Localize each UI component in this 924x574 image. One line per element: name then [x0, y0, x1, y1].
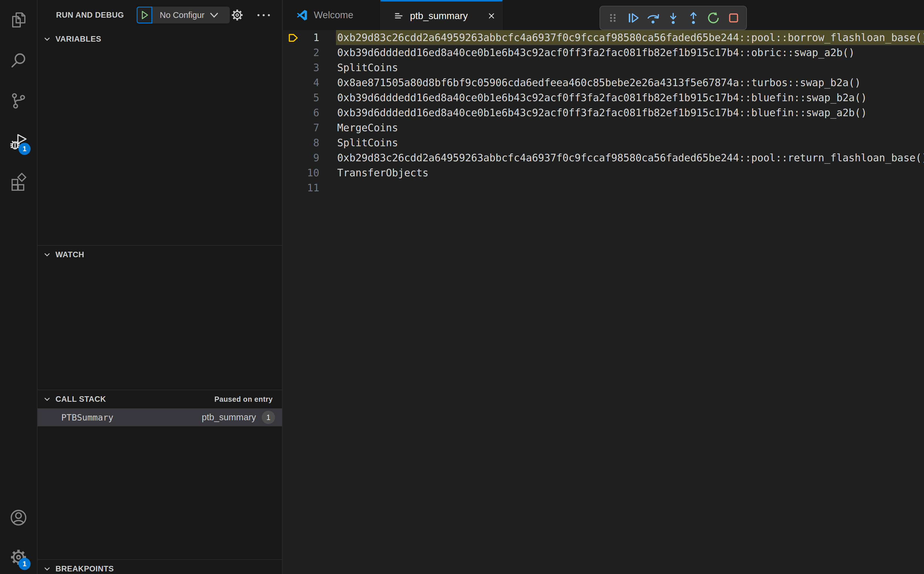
line-number: 1	[313, 30, 319, 45]
code-text[interactable]: MergeCoins	[336, 120, 924, 135]
stack-frame-source: ptb_summary	[201, 412, 256, 423]
code-text[interactable]: 0xb39d6dddedd16ed8a40ce0b1e6b43c92acf0ff…	[336, 45, 924, 60]
chevron-down-icon	[43, 395, 51, 403]
line-number: 9	[313, 150, 319, 165]
explorer-icon[interactable]	[9, 11, 28, 29]
code-line[interactable]: 40x8ae871505a80d8bf6bf9c05906cda6edfeea4…	[283, 75, 924, 90]
code-text[interactable]: 0xb39d6dddedd16ed8a40ce0b1e6b43c92acf0ff…	[336, 90, 924, 105]
line-number: 2	[313, 45, 319, 60]
configuration-dropdown[interactable]: No Configur	[152, 7, 230, 24]
step-over-button[interactable]	[645, 10, 661, 26]
stack-frame-row[interactable]: PTBSummary ptb_summary 1	[38, 408, 282, 426]
configuration-dropdown-label: No Configur	[160, 10, 205, 20]
run-and-debug-icon[interactable]: 1	[9, 133, 28, 151]
section-breakpoints[interactable]: BREAKPOINTS	[38, 560, 282, 574]
code-text[interactable]	[336, 180, 924, 196]
editor-gutter[interactable]: 5	[283, 90, 336, 105]
editor-gutter[interactable]: 3	[283, 60, 336, 75]
editor-gutter[interactable]: 11	[283, 180, 336, 196]
debug-settings-gear-icon[interactable]	[231, 8, 244, 22]
tab-welcome[interactable]: Welcome	[283, 0, 381, 30]
line-number: 6	[313, 105, 319, 120]
section-call-stack[interactable]: CALL STACK Paused on entry	[38, 390, 282, 408]
section-breakpoints-label: BREAKPOINTS	[55, 565, 114, 573]
account-icon[interactable]	[9, 508, 28, 527]
settings-gear-icon[interactable]: 1	[9, 548, 28, 566]
chevron-down-icon	[43, 251, 51, 259]
line-number: 4	[313, 75, 319, 90]
activity-bar: 1 1	[0, 0, 38, 574]
code-line[interactable]: 90xb29d83c26cdd2a64959263abbcfc4a6937f0c…	[283, 150, 924, 165]
close-icon[interactable]	[487, 11, 496, 20]
section-watch-label: WATCH	[55, 250, 84, 259]
extensions-icon[interactable]	[9, 172, 28, 191]
code-line[interactable]: 50xb39d6dddedd16ed8a40ce0b1e6b43c92acf0f…	[283, 90, 924, 105]
list-file-icon	[394, 11, 404, 21]
code-line[interactable]: 8SplitCoins	[283, 135, 924, 150]
search-icon[interactable]	[9, 52, 28, 70]
vscode-window: 1 1	[0, 0, 924, 574]
vscode-logo-icon	[296, 9, 307, 20]
line-number: 8	[313, 135, 319, 150]
code-line[interactable]: 10xb29d83c26cdd2a64959263abbcfc4a6937f0c…	[283, 30, 924, 45]
line-number: 5	[313, 90, 319, 105]
chevron-down-icon	[43, 35, 51, 43]
editor-area: Welcome ptb_summary	[283, 0, 924, 574]
code-text[interactable]: TransferObjects	[336, 165, 924, 180]
chevron-down-icon	[210, 12, 219, 18]
stack-frame-badge: 1	[262, 411, 275, 424]
editor-gutter[interactable]: 10	[283, 165, 336, 180]
editor-gutter[interactable]: 7	[283, 120, 336, 135]
line-number: 10	[307, 165, 319, 180]
tab-ptb-summary-label: ptb_summary	[410, 10, 468, 21]
line-number: 7	[313, 120, 319, 135]
line-number: 11	[307, 180, 319, 196]
editor-gutter[interactable]: 6	[283, 105, 336, 120]
continue-button[interactable]	[625, 10, 641, 26]
stack-frame-name: PTBSummary	[61, 412, 113, 423]
code-text[interactable]: SplitCoins	[336, 60, 924, 75]
editor-gutter[interactable]: 9	[283, 150, 336, 165]
start-debugging-button[interactable]	[137, 7, 152, 24]
section-variables-label: VARIABLES	[55, 35, 101, 44]
tab-welcome-label: Welcome	[314, 9, 353, 20]
code-text-current-line[interactable]: 0xb29d83c26cdd2a64959263abbcfc4a6937f0c9…	[336, 30, 924, 45]
call-stack-status: Paused on entry	[214, 395, 273, 404]
code-line[interactable]: 20xb39d6dddedd16ed8a40ce0b1e6b43c92acf0f…	[283, 45, 924, 60]
code-line[interactable]: 11	[283, 180, 924, 196]
section-watch[interactable]: WATCH	[38, 246, 282, 263]
settings-badge: 1	[19, 558, 31, 570]
debug-toolbar	[600, 6, 747, 30]
editor-gutter[interactable]: 4	[283, 75, 336, 90]
step-out-button[interactable]	[685, 10, 702, 26]
drag-handle-icon[interactable]	[605, 10, 621, 26]
code-line[interactable]: 7MergeCoins	[283, 120, 924, 135]
tab-ptb-summary[interactable]: ptb_summary	[381, 0, 503, 30]
line-number: 3	[313, 60, 319, 75]
code-text[interactable]: 0xb39d6dddedd16ed8a40ce0b1e6b43c92acf0ff…	[336, 105, 924, 120]
run-and-debug-sidebar: RUN AND DEBUG No Configur	[38, 0, 283, 574]
code-line[interactable]: 10TransferObjects	[283, 165, 924, 180]
chevron-down-icon	[43, 565, 51, 572]
debug-stackframe-arrow-icon	[287, 32, 299, 44]
editor-gutter[interactable]: 8	[283, 135, 336, 150]
code-line[interactable]: 3SplitCoins	[283, 60, 924, 75]
section-variables[interactable]: VARIABLES	[38, 30, 282, 48]
restart-button[interactable]	[705, 10, 721, 26]
sidebar-title: RUN AND DEBUG	[56, 11, 124, 20]
code-text[interactable]: SplitCoins	[336, 135, 924, 150]
editor-gutter[interactable]: 2	[283, 45, 336, 60]
launch-control: No Configur	[137, 7, 230, 24]
stop-button[interactable]	[726, 10, 742, 26]
code-text[interactable]: 0xb29d83c26cdd2a64959263abbcfc4a6937f0c9…	[336, 150, 924, 165]
editor-gutter[interactable]: 1	[283, 30, 336, 45]
step-into-button[interactable]	[665, 10, 681, 26]
source-control-icon[interactable]	[9, 91, 28, 110]
section-call-stack-label: CALL STACK	[55, 395, 106, 404]
more-actions-icon[interactable]	[255, 8, 272, 22]
code-lines[interactable]: 10xb29d83c26cdd2a64959263abbcfc4a6937f0c…	[283, 30, 924, 196]
code-line[interactable]: 60xb39d6dddedd16ed8a40ce0b1e6b43c92acf0f…	[283, 105, 924, 120]
code-text[interactable]: 0x8ae871505a80d8bf6bf9c05906cda6edfeea46…	[336, 75, 924, 90]
debug-badge: 1	[19, 143, 31, 155]
